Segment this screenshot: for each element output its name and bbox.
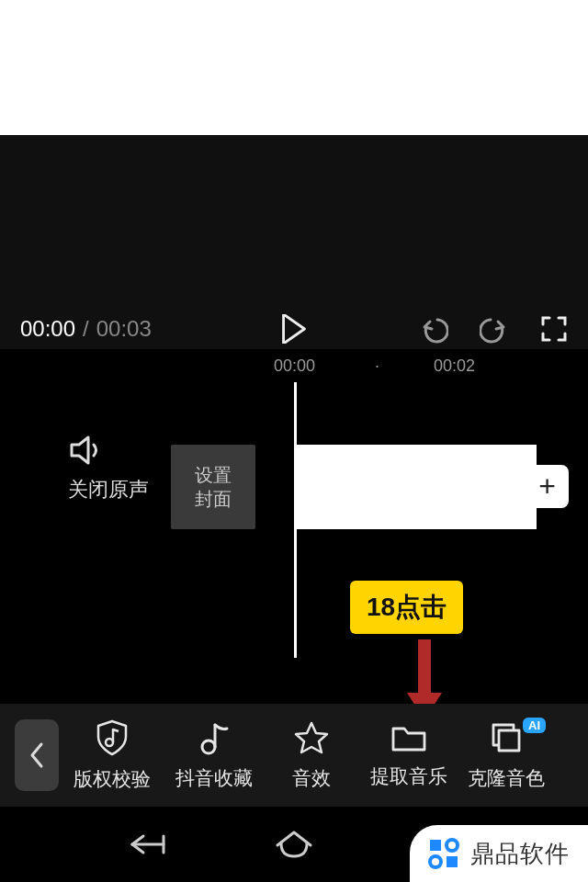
set-cover-button[interactable]: 设置 封面 [171,445,255,529]
redo-button[interactable] [480,314,509,344]
ruler-dot: · [375,356,379,376]
svg-rect-7 [447,856,458,867]
playhead[interactable] [294,382,297,658]
undo-button[interactable] [419,314,448,344]
watermark-logo-icon [426,836,461,871]
tool-label: 提取音乐 [370,763,447,789]
tool-sound-effects[interactable]: 音效 [263,719,360,791]
toolbar-back-button[interactable] [15,719,59,791]
video-preview[interactable] [0,135,588,308]
time-separator: / [83,316,89,342]
mute-label: 关闭原声 [68,476,149,503]
instruction-callout: 18点击 [350,581,463,634]
svg-rect-4 [430,840,441,851]
ruler-tick-2: 00:02 [434,356,475,376]
current-time: 00:00 [20,316,75,342]
svg-point-5 [447,840,458,851]
player-controls: 00:00 / 00:03 [0,308,588,349]
system-nav-bar: 鼎品软件 [0,807,588,882]
bottom-toolbar: 版权校验 抖音收藏 音效 提取音乐 [0,704,588,807]
tool-extract-music[interactable]: 提取音乐 [360,721,458,789]
tool-label: 抖音收藏 [175,765,253,791]
svg-rect-3 [499,730,519,751]
ai-badge: AI [523,718,546,733]
tool-label: 版权校验 [74,766,151,792]
watermark-badge: 鼎品软件 [410,825,588,882]
svg-point-2 [202,741,215,753]
timeline-ruler[interactable]: 00:00 · 00:02 [0,349,588,382]
tool-label: 克隆音色 [468,765,545,791]
shield-music-icon [94,718,130,757]
timeline-tracks[interactable]: 关闭原声 设置 封面 + 18点击 [0,382,588,704]
tool-copyright-check[interactable]: 版权校验 [59,718,165,792]
clone-icon [488,719,525,756]
play-button[interactable] [281,314,307,344]
cover-label: 设置 封面 [195,463,232,511]
douyin-note-icon [198,719,231,756]
star-icon [293,719,330,756]
add-clip-button[interactable]: + [526,465,569,508]
total-time: 00:03 [96,316,152,342]
plus-icon: + [538,469,556,503]
nav-home-button[interactable] [272,827,316,862]
svg-point-6 [430,856,441,867]
folder-icon [390,721,428,754]
tool-clone-voice[interactable]: AI 克隆音色 [458,719,555,791]
mute-original-sound[interactable]: 关闭原声 [68,434,149,503]
nav-back-button[interactable] [119,829,171,860]
ruler-tick-0: 00:00 [274,356,315,376]
blank-top [0,0,588,135]
tool-label: 音效 [292,765,331,791]
watermark-text: 鼎品软件 [470,838,570,870]
video-clip[interactable] [296,445,537,529]
speaker-icon [68,434,149,467]
tool-douyin-favorites[interactable]: 抖音收藏 [165,719,263,791]
fullscreen-button[interactable] [540,315,568,343]
